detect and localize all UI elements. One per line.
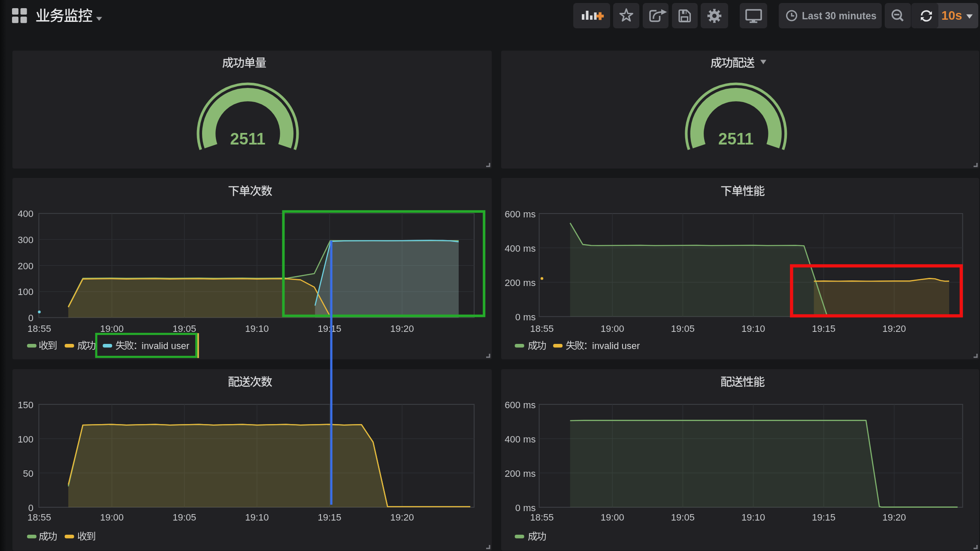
svg-text:100: 100 [18,286,33,297]
svg-text:19:00: 19:00 [100,323,124,334]
svg-text:600 ms: 600 ms [505,400,535,410]
svg-text:invalid user: invalid user [592,340,640,351]
svg-text:100: 100 [18,434,33,445]
svg-text:400 ms: 400 ms [505,434,535,445]
svg-text:19:05: 19:05 [671,512,695,523]
svg-text:19:20: 19:20 [390,512,414,523]
svg-text:0: 0 [28,313,33,323]
svg-text:19:20: 19:20 [390,323,414,334]
svg-text:2511: 2511 [718,130,753,148]
svg-text:400: 400 [18,208,33,219]
svg-text:18:55: 18:55 [27,512,51,523]
svg-text:19:00: 19:00 [601,512,624,523]
svg-text:0 ms: 0 ms [515,312,536,322]
svg-text:Last 30 minutes: Last 30 minutes [802,10,877,21]
svg-text:400 ms: 400 ms [505,243,535,254]
svg-text:19:05: 19:05 [172,512,196,523]
svg-text:150: 150 [18,400,33,410]
svg-text:19:20: 19:20 [882,512,906,523]
svg-text:18:55: 18:55 [27,323,51,334]
svg-text:19:00: 19:00 [100,512,124,523]
svg-text:600 ms: 600 ms [505,209,535,220]
svg-text:19:15: 19:15 [812,512,835,523]
svg-text:19:05: 19:05 [671,323,695,334]
svg-text:50: 50 [23,468,33,479]
svg-text:200 ms: 200 ms [505,468,535,479]
svg-text:19:15: 19:15 [812,323,835,334]
svg-text:300: 300 [18,235,33,245]
svg-text:19:00: 19:00 [601,323,624,334]
svg-text:19:10: 19:10 [245,512,269,523]
svg-text:19:20: 19:20 [882,323,906,334]
svg-text:19:10: 19:10 [741,512,765,523]
svg-text:19:15: 19:15 [318,323,341,334]
svg-text:10s: 10s [941,9,962,22]
svg-text:19:05: 19:05 [172,323,196,334]
svg-text:19:10: 19:10 [245,323,269,334]
svg-text:19:15: 19:15 [318,512,341,523]
svg-text:200 ms: 200 ms [505,277,535,288]
svg-text:invalid user: invalid user [142,340,189,351]
svg-text:18:55: 18:55 [530,512,554,523]
svg-text:18:55: 18:55 [530,323,554,334]
svg-text:19:10: 19:10 [741,323,765,334]
svg-text:2511: 2511 [230,130,265,148]
svg-text:200: 200 [18,261,33,271]
